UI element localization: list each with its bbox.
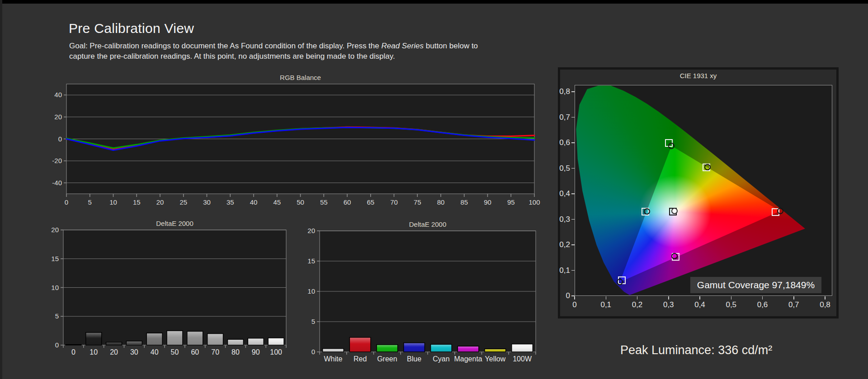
bar-category-label: Cyan: [433, 355, 449, 363]
x-axis-tick-label: 55: [320, 198, 328, 206]
x-axis-tick-label: 70: [390, 198, 398, 206]
y-axis-tick-label: 5: [55, 312, 59, 320]
bar-category-label: 40: [151, 348, 159, 356]
cie-y-tick: [571, 219, 575, 220]
x-axis-tick-label: 50: [297, 198, 304, 206]
cie-x-tick: [762, 296, 763, 299]
y-axis-tick-label: -40: [52, 179, 62, 187]
rgb-balance-chart: 40200-20-40RGB Balance051015202530354045…: [36, 71, 547, 208]
x-axis-tick-label: 25: [179, 198, 187, 206]
cie-y-tick-label: 0,6: [551, 138, 570, 147]
cie-x-tick: [793, 296, 794, 299]
x-axis-tick-label: 10: [109, 198, 117, 206]
bar-category-label: 50: [171, 348, 179, 356]
cie-x-tick: [825, 296, 826, 299]
x-axis-tick-label: 100: [528, 198, 540, 206]
goal-read-series: Read Series: [381, 42, 424, 50]
bar-category-label: 70: [211, 348, 219, 356]
chart-title: DeltaE 2000: [156, 220, 193, 227]
bar-category-label: Yellow: [485, 355, 506, 363]
x-axis-tick-label: 40: [250, 198, 258, 206]
bar-10: [86, 332, 102, 345]
cie-x-tick-label: 0,4: [687, 300, 712, 309]
bar-30: [126, 341, 142, 345]
bar-category-label: 30: [130, 348, 138, 356]
cie-y-tick: [571, 142, 575, 143]
goal-line2: capture the pre-calibration readings. At…: [69, 52, 395, 61]
cie-chart-title: CIE 1931 xy: [560, 72, 836, 80]
bar-category-label: 0: [71, 348, 75, 356]
y-axis-tick-label: 10: [51, 284, 59, 291]
cie-y-tick-label: 0,5: [551, 164, 570, 173]
cie-y-tick-label: 0,4: [551, 189, 570, 198]
cie-x-tick: [699, 296, 700, 299]
bar-40: [146, 333, 162, 345]
cie-y-tick: [571, 91, 575, 92]
cie-x-tick: [668, 296, 669, 299]
y-axis-tick-label: 20: [307, 227, 315, 234]
goal-part1: Goal: Pre-calibration readings to docume…: [69, 42, 381, 50]
bar-90: [248, 338, 264, 345]
x-axis-tick-label: 60: [344, 198, 351, 206]
bar-category-label: 100: [270, 348, 282, 356]
cie-axes: 00,10,20,30,40,50,60,70,800,10,20,30,40,…: [575, 85, 832, 296]
y-axis-tick-label: 0: [58, 135, 62, 143]
bar-category-label: 80: [231, 348, 240, 356]
peak-luminance-label: Peak Luminance: 336 cd/m²: [620, 343, 828, 357]
cie-x-tick: [731, 296, 732, 299]
bar-blue: [404, 343, 425, 352]
y-axis-tick-label: 20: [54, 113, 62, 121]
x-axis-tick-label: 90: [484, 198, 491, 206]
bar-80: [227, 339, 243, 345]
y-axis-tick-label: 40: [54, 91, 62, 98]
bar-category-label: 60: [191, 348, 199, 356]
x-axis-tick-label: 15: [133, 198, 141, 206]
bar-yellow: [485, 349, 506, 352]
bar-20: [106, 342, 122, 345]
x-axis-tick-label: 5: [88, 198, 92, 206]
x-axis-tick-label: 0: [65, 198, 68, 206]
cie-x-tick-label: 0,8: [812, 300, 838, 309]
cie-x-tick-label: 0,7: [781, 300, 807, 309]
x-axis-tick-label: 45: [273, 198, 281, 206]
y-axis-tick-label: -20: [52, 157, 62, 164]
deltae-grayscale-chart: 05101520DeltaE 2000010203040506070809010…: [45, 219, 298, 360]
cie-y-tick: [571, 244, 575, 245]
cie-x-tick-label: 0,2: [625, 300, 650, 309]
left-edge-strip: [0, 0, 2, 379]
bar-white: [323, 349, 344, 352]
bar-category-label: 90: [252, 348, 260, 356]
chart-title: DeltaE 2000: [409, 220, 447, 228]
bar-category-label: Red: [354, 355, 367, 363]
cie-y-tick-label: 0,7: [551, 113, 570, 122]
bar-100w: [512, 344, 533, 352]
deltae-colors-chart: 05101520DeltaE 2000WhiteRedGreenBlueCyan…: [302, 219, 555, 371]
bar-100: [268, 338, 284, 345]
cie-y-tick: [571, 193, 575, 194]
cie-x-tick-label: 0,5: [718, 300, 744, 309]
bar-70: [208, 334, 223, 346]
cie-y-tick: [571, 270, 575, 271]
cie-y-tick-label: 0,2: [551, 240, 570, 249]
bar-category-label: Magenta: [454, 355, 482, 363]
bar-cyan: [431, 344, 452, 352]
x-axis-tick-label: 95: [507, 198, 515, 206]
bar-category-label: 20: [110, 348, 118, 356]
cie-y-tick: [571, 117, 575, 118]
cie-y-tick-label: 0,1: [551, 266, 570, 275]
bar-category-label: 100W: [513, 355, 532, 363]
cie-x-tick-label: 0,6: [750, 300, 775, 309]
x-axis-tick-label: 20: [156, 198, 164, 206]
cie-y-tick-label: 0,3: [551, 215, 570, 224]
cie-y-tick: [571, 295, 575, 296]
goal-text: Goal: Pre-calibration readings to docume…: [69, 41, 585, 61]
cie-x-tick-label: 0,1: [593, 300, 618, 309]
y-axis-tick-label: 5: [311, 318, 315, 325]
bar-category-label: Green: [377, 355, 397, 363]
bar-category-label: 10: [90, 348, 98, 356]
cie-x-tick-label: 0,3: [656, 300, 681, 309]
cie-y-tick-label: 0: [551, 291, 570, 300]
x-axis-tick-label: 85: [460, 198, 468, 206]
cie-x-tick: [637, 296, 638, 299]
page-title: Pre Calibration View: [69, 21, 194, 36]
